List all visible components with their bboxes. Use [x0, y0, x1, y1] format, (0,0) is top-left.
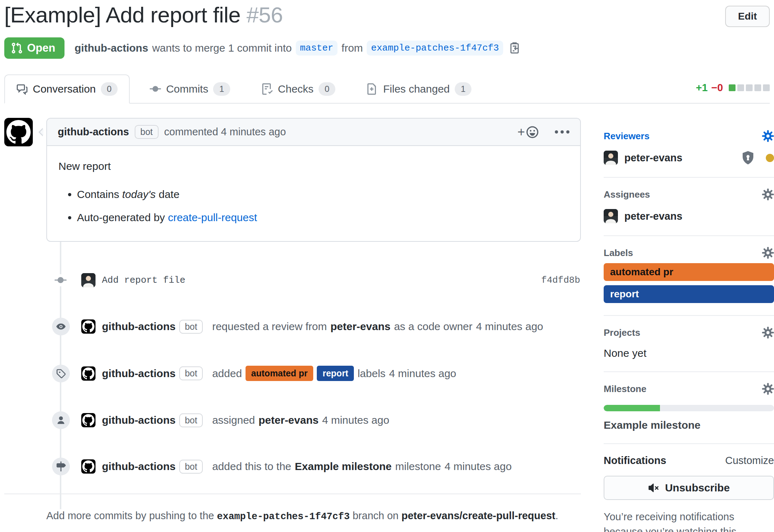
head-branch-tag[interactable]: example-patches-1f47cf3 [367, 41, 503, 56]
tab-label: Files changed [383, 83, 450, 95]
bot-badge: bot [179, 366, 203, 380]
sidebar-section-projects: Projects None yet [604, 316, 774, 372]
page-title: [Example] Add report file #56 [4, 2, 283, 27]
tab-label: Conversation [33, 83, 96, 95]
gear-icon[interactable] [762, 247, 774, 259]
customize-link[interactable]: Customize [725, 455, 774, 466]
bot-badge: bot [179, 320, 203, 334]
avatar[interactable] [81, 459, 96, 474]
bot-badge: bot [179, 460, 203, 474]
milestone-icon [52, 458, 70, 475]
label-report[interactable]: report [604, 285, 774, 303]
kebab-icon[interactable] [555, 130, 569, 134]
checklist-icon [262, 83, 273, 95]
commit-message[interactable]: Add report file [102, 275, 185, 286]
event-actor[interactable]: github-actions [102, 367, 176, 380]
pr-state-badge: Open [4, 37, 64, 59]
gear-icon[interactable] [762, 383, 774, 395]
merge-text: wants to merge 1 commit into [152, 42, 292, 54]
tab-commits[interactable]: Commits 1 [138, 75, 242, 103]
git-commit-icon [53, 274, 68, 286]
comment-author[interactable]: github-actions [58, 126, 129, 138]
tab-counter: 1 [455, 82, 471, 96]
git-commit-icon [150, 83, 161, 95]
avatar[interactable] [604, 151, 618, 165]
diffstat-deletions: −0 [711, 82, 723, 94]
gear-icon[interactable] [762, 130, 774, 142]
avatar[interactable] [81, 273, 96, 287]
divider [4, 494, 581, 494]
avatar[interactable] [4, 118, 33, 146]
file-diff-icon [367, 83, 378, 95]
unsubscribe-button[interactable]: Unsubscribe [604, 476, 774, 500]
event-time[interactable]: 4 minutes ago [389, 367, 456, 380]
push-hint: Add more commits by pushing to the examp… [46, 510, 581, 522]
projects-heading: Projects [604, 327, 774, 339]
event-time[interactable]: 4 minutes ago [322, 414, 389, 426]
from-word: from [341, 42, 363, 54]
avatar[interactable] [81, 366, 96, 381]
notifications-heading: Notifications Customize [604, 455, 774, 466]
tab-files-changed[interactable]: Files changed 1 [355, 75, 483, 103]
event-time[interactable]: 4 minutes ago [476, 320, 543, 333]
avatar[interactable] [81, 319, 96, 334]
milestone-name[interactable]: Example milestone [604, 419, 774, 431]
reviewers-heading[interactable]: Reviewers [604, 130, 774, 142]
reviewer-name[interactable]: peter-evans [624, 152, 682, 164]
tab-counter: 1 [213, 82, 230, 96]
tab-conversation[interactable]: Conversation 0 [4, 74, 130, 104]
diffstat[interactable]: +1 −0 [696, 82, 770, 103]
peter-evans-avatar [81, 273, 96, 287]
tab-counter: 0 [101, 82, 118, 96]
edit-button[interactable]: Edit [725, 6, 770, 27]
comment-discussion-icon [16, 83, 28, 95]
label-automated-pr[interactable]: automated pr [604, 263, 774, 281]
push-hint-repo: peter-evans/create-pull-request [402, 510, 556, 521]
pr-timeline: github-actions bot commented 4 minutes a… [4, 118, 581, 532]
sidebar-section-milestone: Milestone Example milestone [604, 372, 774, 444]
create-pull-request-link[interactable]: create-pull-request [168, 212, 257, 223]
tab-counter: 0 [319, 82, 335, 96]
octocat-icon [4, 118, 33, 146]
event-time[interactable]: 4 minutes ago [444, 460, 511, 473]
assignee-name[interactable]: peter-evans [624, 210, 682, 222]
sidebar-section-notifications: Notifications Customize Unsubscribe You’… [604, 444, 774, 532]
peter-evans-avatar [604, 151, 618, 165]
label-automated-pr[interactable]: automated pr [246, 366, 313, 381]
comment-bullet-2: Auto-generated by create-pull-request [77, 209, 569, 225]
gear-icon[interactable] [762, 188, 774, 200]
assignees-heading: Assignees [604, 188, 774, 200]
milestone-progress-bar [604, 405, 774, 411]
gear-icon[interactable] [762, 327, 774, 339]
pending-review-dot [766, 154, 774, 162]
pr-number: #56 [247, 2, 283, 27]
review-state [741, 151, 774, 165]
milestone-heading: Milestone [604, 383, 774, 395]
commit-sha[interactable]: f4dfd8b [541, 275, 580, 286]
avatar[interactable] [604, 209, 618, 223]
comment: github-actions bot commented 4 minutes a… [4, 118, 581, 242]
event-user[interactable]: peter-evans [259, 414, 319, 426]
base-branch-tag[interactable]: master [296, 41, 338, 56]
event-review-requested: github-actions bot requested a review fr… [4, 319, 581, 334]
label-report[interactable]: report [317, 366, 354, 381]
avatar[interactable] [81, 413, 96, 427]
event-actor[interactable]: github-actions [102, 414, 176, 426]
event-milestoned: github-actions bot added this to the Exa… [4, 459, 581, 474]
comment-header: github-actions bot commented 4 minutes a… [47, 119, 580, 146]
add-reaction-button[interactable]: + [517, 125, 539, 139]
sidebar: Reviewers peter-evans [604, 118, 774, 532]
tab-checks[interactable]: Checks 0 [250, 75, 347, 103]
copy-branch-icon[interactable] [509, 42, 521, 54]
notifications-caption: You’re receiving notifications because y… [604, 509, 774, 532]
event-actor[interactable]: github-actions [102, 460, 176, 473]
pr-merge-summary: github-actions wants to merge 1 commit i… [74, 41, 521, 56]
pr-author[interactable]: github-actions [74, 42, 148, 54]
event-user[interactable]: peter-evans [330, 320, 390, 333]
event-milestone[interactable]: Example milestone [295, 460, 392, 473]
pr-title-row: [Example] Add report file #56 Edit [4, 2, 770, 27]
octocat-icon [81, 319, 96, 334]
pr-tabs: Conversation 0 Commits 1 Checks 0 Files … [4, 74, 770, 104]
event-actor[interactable]: github-actions [102, 320, 176, 333]
commit-row: Add report file f4dfd8b [4, 273, 581, 287]
